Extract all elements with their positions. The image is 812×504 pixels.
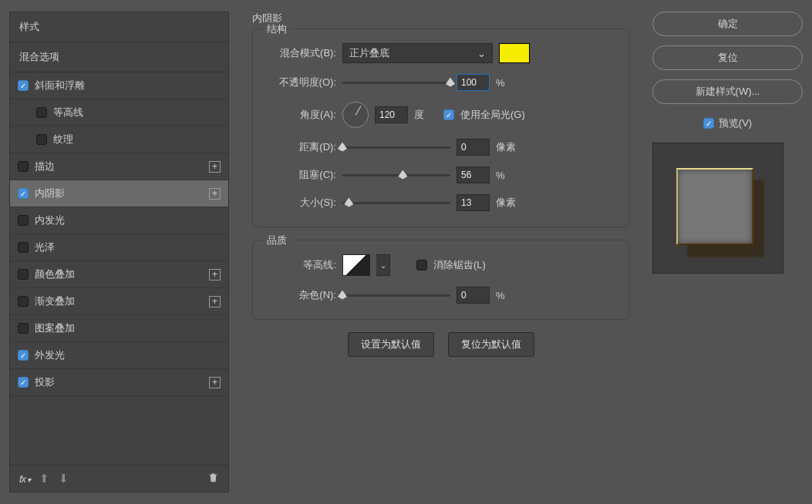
blend-mode-label: 混合模式(B): [268,46,336,60]
style-checkbox[interactable] [18,296,29,307]
contour-picker[interactable] [342,254,370,276]
noise-unit: % [496,290,519,301]
style-item-label: 投影 [35,375,203,389]
contour-label: 等高线: [268,258,336,272]
opacity-slider[interactable] [342,82,450,84]
blend-mode-select[interactable]: 正片叠底 ⌄ [342,43,493,63]
style-checkbox[interactable] [18,215,29,226]
sidebar-footer: fx▾ ⬆ ⬇ [9,465,229,492]
quality-group: 品质 等高线: ⌄ 消除锯齿(L) 杂色(N): % [252,240,629,320]
fx-icon[interactable]: fx▾ [19,473,30,485]
style-item[interactable]: 颜色叠加+ [10,261,228,288]
ok-button[interactable]: 确定 [652,12,803,36]
style-checkbox[interactable]: ✓ [18,80,29,91]
style-item[interactable]: 等高线 [10,99,228,126]
add-effect-icon[interactable]: + [209,161,221,173]
angle-input[interactable] [375,106,408,123]
set-default-button[interactable]: 设置为默认值 [348,332,434,357]
style-item[interactable]: 内发光 [10,207,228,234]
style-checkbox[interactable]: ✓ [18,350,29,361]
opacity-input[interactable] [457,74,490,91]
style-checkbox[interactable]: ✓ [18,377,29,388]
size-slider[interactable] [342,202,450,204]
move-down-icon[interactable]: ⬇ [59,472,69,486]
sidebar-header: 样式 [9,12,229,42]
shadow-color-swatch[interactable] [499,43,530,63]
noise-slider[interactable] [342,294,450,297]
style-item-label: 外发光 [35,348,221,362]
style-item[interactable]: ✓斜面和浮雕 [10,72,228,99]
add-effect-icon[interactable]: + [209,296,221,307]
distance-label: 距离(D): [268,140,336,154]
chevron-down-icon: ⌄ [477,48,486,59]
size-label: 大小(S): [268,196,336,210]
style-checkbox[interactable] [18,269,29,280]
distance-input[interactable] [457,139,490,156]
opacity-unit: % [496,77,519,89]
style-checkbox[interactable] [18,323,29,334]
distance-unit: 像素 [496,140,519,154]
structure-legend: 结构 [262,22,291,36]
style-item-label: 图案叠加 [35,321,221,335]
move-up-icon[interactable]: ⬆ [39,472,49,486]
antialias-checkbox[interactable] [416,260,427,270]
style-item[interactable]: ✓外发光 [10,342,228,369]
style-item[interactable]: 描边+ [10,153,228,180]
distance-slider[interactable] [342,146,450,149]
noise-label: 杂色(N): [268,288,336,302]
style-item[interactable]: ✓投影+ [10,369,228,396]
global-light-label: 使用全局光(G) [460,108,525,122]
style-item[interactable]: 纹理 [10,126,228,153]
style-item-label: 渐变叠加 [35,294,203,308]
reset-button[interactable]: 复位 [652,45,803,70]
add-effect-icon[interactable]: + [209,188,221,200]
choke-label: 阻塞(C): [268,168,336,182]
style-item-label: 描边 [35,160,203,173]
choke-input[interactable] [457,166,490,183]
add-effect-icon[interactable]: + [209,269,221,281]
noise-input[interactable] [457,287,490,304]
style-item-label: 内发光 [35,213,221,227]
choke-unit: % [496,170,519,181]
size-unit: 像素 [496,196,519,210]
blending-options[interactable]: 混合选项 [9,42,229,72]
style-item-label: 斜面和浮雕 [35,79,221,92]
style-item[interactable]: ✓内阴影+ [10,180,228,207]
size-input[interactable] [457,194,490,211]
styles-sidebar: 样式 混合选项 ✓斜面和浮雕等高线纹理描边+✓内阴影+内发光光泽颜色叠加+渐变叠… [9,12,229,492]
style-checkbox[interactable] [36,134,47,145]
global-light-checkbox[interactable]: ✓ [443,109,454,120]
preview-thumbnail [652,143,783,274]
style-item[interactable]: 图案叠加 [10,315,228,342]
contour-dropdown[interactable]: ⌄ [376,254,390,276]
style-item-label: 等高线 [53,106,221,119]
style-checkbox[interactable] [18,161,29,172]
angle-unit: 度 [414,108,437,122]
choke-slider[interactable] [342,174,450,176]
trash-icon[interactable] [207,472,219,486]
quality-legend: 品质 [262,234,291,247]
reset-default-button[interactable]: 复位为默认值 [448,332,534,357]
style-item-label: 内阴影 [35,186,203,200]
angle-label: 角度(A): [268,108,336,122]
angle-dial[interactable] [342,102,369,128]
style-item-label: 颜色叠加 [35,267,203,281]
panel-title: 内阴影 [252,12,629,25]
add-effect-icon[interactable]: + [209,377,221,388]
new-style-button[interactable]: 新建样式(W)... [652,79,803,104]
style-checkbox[interactable] [36,107,47,118]
style-item-label: 光泽 [35,240,221,254]
style-checkbox[interactable]: ✓ [18,188,29,199]
style-item-label: 纹理 [53,133,221,146]
opacity-label: 不透明度(O): [268,76,336,89]
preview-checkbox[interactable]: ✓ [703,118,714,129]
structure-group: 结构 混合模式(B): 正片叠底 ⌄ 不透明度(O): % 角度(A): [252,29,629,227]
style-checkbox[interactable] [18,242,29,253]
style-item[interactable]: 光泽 [10,234,228,261]
preview-label: 预览(V) [719,116,752,130]
antialias-label: 消除锯齿(L) [433,258,486,272]
style-item[interactable]: 渐变叠加+ [10,288,228,315]
